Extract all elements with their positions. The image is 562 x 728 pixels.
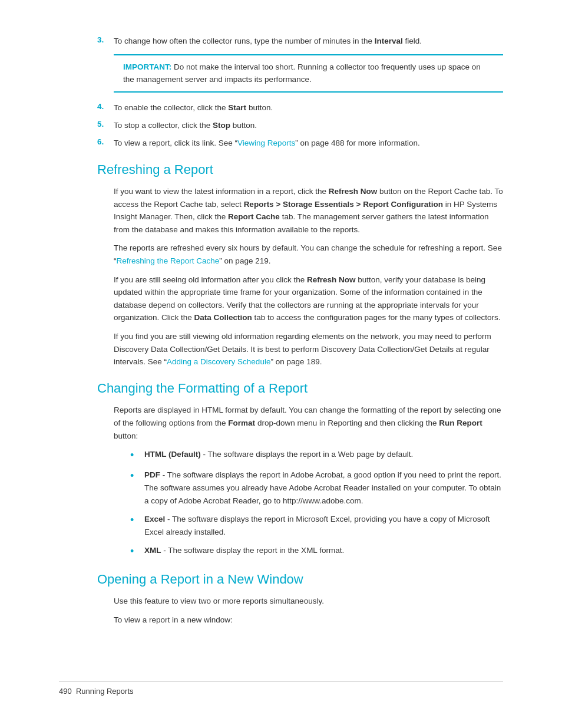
footer-section: Running Reports	[76, 687, 134, 696]
step-6: 6. To view a report, click its link. See…	[97, 137, 503, 149]
step-number-6: 6.	[97, 137, 114, 146]
opening-para1: Use this feature to view two or more rep…	[114, 595, 503, 608]
step-6-text: To view a report, click its link. See “V…	[114, 137, 503, 149]
formatting-section-content: Reports are displayed in HTML format by …	[97, 404, 503, 559]
footer-page-number: 490	[59, 687, 72, 696]
bullet-pdf-text: PDF - The software displays the report i…	[144, 469, 503, 507]
page-content: 3. To change how often the collector run…	[0, 0, 562, 728]
step-number-3: 3.	[97, 35, 114, 44]
start-bold: Start	[228, 103, 246, 112]
run-report-bold: Run Report	[439, 419, 482, 427]
reports-path-bold: Reports > Storage Essentials > Report Co…	[244, 200, 443, 209]
bullet-dot-excel: •	[130, 513, 141, 528]
refreshing-para4: If you find you are still viewing old in…	[114, 330, 503, 368]
bullet-dot-pdf: •	[130, 469, 141, 483]
refreshing-section-content: If you want to view the latest informati…	[97, 185, 503, 368]
bullet-dot-html: •	[130, 448, 141, 463]
footer-text: 490 Running Reports	[59, 687, 134, 696]
step-number-5: 5.	[97, 120, 114, 129]
formatting-bullet-list: • HTML (Default) - The software displays…	[130, 448, 503, 559]
opening-section-content: Use this feature to view two or more rep…	[97, 595, 503, 626]
bullet-html-text: HTML (Default) - The software displays t…	[144, 448, 413, 461]
refreshing-para3: If you are still seeing old information …	[114, 274, 503, 324]
refresh-now-bold2: Refresh Now	[307, 275, 356, 284]
important-text: Do not make the interval too short. Runn…	[123, 62, 481, 83]
opening-report-heading: Opening a Report in a New Window	[97, 571, 503, 588]
step-5: 5. To stop a collector, click the Stop b…	[97, 120, 503, 131]
refresh-now-bold1: Refresh Now	[329, 187, 378, 196]
refreshing-para1: If you want to view the latest informati…	[114, 185, 503, 236]
refreshing-para2: The reports are refreshed every six hour…	[114, 242, 503, 267]
step-4: 4. To enable the collector, click the St…	[97, 102, 503, 114]
step-3: 3. To change how often the collector run…	[97, 35, 503, 47]
bullet-dot-xml: •	[130, 544, 141, 559]
important-box: IMPORTANT: Do not make the interval too …	[114, 54, 503, 93]
formatting-para1: Reports are displayed in HTML format by …	[114, 404, 503, 442]
interval-bold: Interval	[375, 37, 403, 45]
bullet-excel-text: Excel - The software displays the report…	[144, 513, 503, 538]
opening-para2: To view a report in a new window:	[114, 614, 503, 627]
important-label: IMPORTANT:	[123, 62, 171, 71]
bullet-xml-text: XML - The software display the report in…	[144, 544, 344, 557]
data-collection-bold: Data Collection	[194, 313, 252, 322]
footer: 490 Running Reports	[59, 681, 503, 696]
step-number-4: 4.	[97, 102, 114, 111]
stop-bold: Stop	[213, 121, 230, 130]
bullet-html: • HTML (Default) - The software displays…	[130, 448, 503, 463]
step-5-text: To stop a collector, click the Stop butt…	[114, 120, 503, 131]
bullet-pdf: • PDF - The software displays the report…	[130, 469, 503, 507]
report-cache-bold: Report Cache	[228, 212, 280, 221]
formatting-heading: Changing the Formatting of a Report	[97, 380, 503, 397]
step-3-text: To change how often the collector runs, …	[114, 35, 503, 47]
step-4-text: To enable the collector, click the Start…	[114, 102, 503, 114]
refreshing-report-cache-link[interactable]: Refreshing the Report Cache	[117, 256, 220, 265]
viewing-reports-link[interactable]: Viewing Reports	[237, 139, 295, 147]
bullet-xml: • XML - The software display the report …	[130, 544, 503, 559]
refreshing-report-heading: Refreshing a Report	[97, 162, 503, 179]
format-bold: Format	[228, 419, 255, 427]
adding-discovery-schedule-link[interactable]: Adding a Discovery Schedule	[167, 357, 270, 366]
bullet-excel: • Excel - The software displays the repo…	[130, 513, 503, 538]
